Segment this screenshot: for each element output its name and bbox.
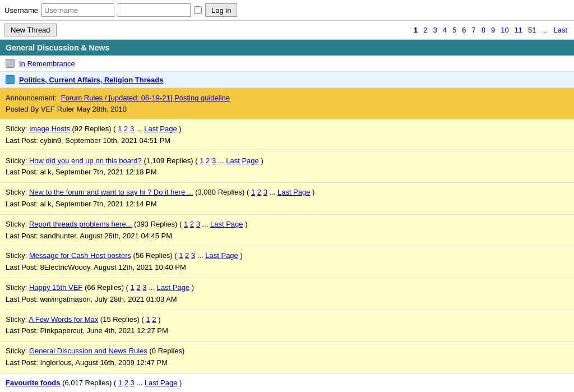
thread-title-line-4: Sticky: Message for Cash Host posters (5… — [6, 250, 568, 262]
sticky-p1-1[interactable]: 1 — [200, 156, 203, 165]
subcat-link-remembrance[interactable]: In Remembrance — [19, 59, 75, 68]
sticky-p3-0[interactable]: 3 — [130, 124, 134, 133]
sticky-p1-3[interactable]: 1 — [184, 220, 188, 228]
thread-title-line-2: Sticky: New to the forum and want to say… — [6, 187, 568, 199]
sticky-p2-0[interactable]: 2 — [124, 124, 128, 133]
sticky-thread-5: Sticky: Happy 15th VEF (66 Replies) ( 1 … — [0, 278, 574, 310]
announcement-line1: Announcement: Forum Rules / [updated: 06… — [6, 93, 568, 104]
page-3[interactable]: 3 — [431, 25, 439, 35]
sticky-link-5[interactable]: Happy 15th VEF — [29, 283, 82, 292]
thread-title-line-7: Sticky: General Discussion and News Rule… — [6, 345, 568, 357]
page-51[interactable]: 51 — [526, 25, 538, 35]
sticky-link-7[interactable]: General Discussion and News Rules — [29, 347, 147, 355]
sticky-replies-5: (66 Replies) ( — [85, 283, 131, 292]
sticky-p2-4[interactable]: 2 — [185, 251, 189, 260]
sticky-p2-2[interactable]: 2 — [257, 188, 261, 196]
sticky-last-3[interactable]: Last Page — [210, 220, 243, 228]
sticky-prefix-0: Sticky: — [6, 124, 29, 133]
sticky-p1-4[interactable]: 1 — [179, 251, 183, 260]
sticky-lastpost-2: Last Post: al k, September 7th, 2021 12:… — [6, 199, 568, 210]
thread-title-line-3: Sticky: Report threads problems here... … — [6, 219, 568, 230]
sticky-thread-7: Sticky: General Discussion and News Rule… — [0, 342, 574, 373]
sticky-last-5[interactable]: Last Page — [157, 283, 190, 292]
subcat-politics[interactable]: Politics, Current Affairs, Religion Thre… — [0, 72, 574, 88]
sticky-prefix-1: Sticky: — [6, 156, 29, 165]
sticky-replies-7: (0 Replies) — [150, 347, 185, 355]
page-11[interactable]: 11 — [512, 25, 525, 35]
page-7[interactable]: 7 — [469, 25, 478, 35]
sticky-prefix-3: Sticky: — [6, 220, 29, 228]
username-label: Username — [4, 6, 38, 15]
password-input[interactable] — [118, 3, 191, 17]
remember-checkbox[interactable] — [194, 6, 202, 14]
new-thread-button[interactable]: New Thread — [4, 24, 57, 36]
announcement-posted: Posted By VEF Ruler May 28th, 2010 — [6, 104, 568, 115]
sticky-prefix-5: Sticky: — [6, 283, 29, 292]
thread-p1-bottom[interactable]: 1 — [118, 379, 122, 387]
sticky-p3-4[interactable]: 3 — [191, 251, 195, 260]
sticky-p3-1[interactable]: 3 — [212, 156, 216, 165]
username-input[interactable] — [41, 3, 114, 17]
section-header: General Discussion & News — [0, 40, 574, 56]
thread-lastpost-bottom: Last Post: sandhunter, September 15th, 2… — [6, 389, 568, 392]
thread-p3-bottom[interactable]: 3 — [131, 379, 135, 387]
sticky-lastpost-5: Last Post: wavingatmason, July 28th, 202… — [6, 294, 568, 306]
pagination: 1 2 3 4 5 6 7 8 9 10 11 51 ... Last — [411, 25, 570, 35]
page-4[interactable]: 4 — [441, 25, 449, 35]
sticky-p1-0[interactable]: 1 — [118, 124, 122, 133]
sticky-replies-1: (1,109 Replies) ( — [144, 156, 200, 165]
sticky-p3-5[interactable]: 3 — [142, 283, 146, 292]
thread-last-bottom[interactable]: Last Page — [145, 379, 178, 387]
thread-link-favourite-foods[interactable]: Favourite foods — [6, 379, 61, 387]
page-10[interactable]: 10 — [498, 25, 511, 35]
subcat-link-politics[interactable]: Politics, Current Affairs, Religion Thre… — [19, 76, 163, 84]
sticky-link-2[interactable]: New to the forum and want to say hi ? Do… — [29, 188, 193, 196]
sticky-link-1[interactable]: How did you end up on this board? — [29, 156, 142, 165]
sticky-p3-2[interactable]: 3 — [263, 188, 267, 196]
sticky-p1-5[interactable]: 1 — [131, 283, 135, 292]
sticky-prefix-7: Sticky: — [6, 347, 29, 355]
sticky-last-0[interactable]: Last Page — [144, 124, 177, 133]
sticky-p2-5[interactable]: 2 — [136, 283, 140, 292]
sticky-link-0[interactable]: Image Hosts — [29, 124, 70, 133]
sticky-lastpost-4: Last Post: 8ElectricWoody, August 12th, … — [6, 262, 568, 274]
sticky-last-2[interactable]: Last Page — [277, 188, 311, 196]
page-2[interactable]: 2 — [421, 25, 429, 35]
sticky-thread-3: Sticky: Report threads problems here... … — [0, 215, 574, 247]
thread-title-line-1: Sticky: How did you end up on this board… — [6, 155, 568, 167]
page-6[interactable]: 6 — [460, 25, 468, 35]
login-button[interactable]: Log in — [205, 3, 237, 17]
sticky-replies-0: (92 Replies) ( — [72, 124, 118, 133]
announcement-link[interactable]: Forum Rules / [updated: 06-19-21] Postin… — [61, 94, 230, 102]
sticky-last-1[interactable]: Last Page — [226, 156, 259, 165]
sticky-thread-0: Sticky: Image Hosts (92 Replies) ( 1 2 3… — [0, 119, 574, 151]
sticky-lastpost-6: Last Post: Pinkpapercut, June 4th, 2021 … — [6, 325, 568, 337]
sticky-prefix-6: Sticky: — [6, 315, 29, 324]
sticky-link-3[interactable]: Report threads problems here... — [29, 220, 132, 228]
page-8[interactable]: 8 — [479, 25, 488, 35]
sticky-replies-6: (15 Replies) ( — [100, 315, 146, 324]
page-1[interactable]: 1 — [411, 25, 420, 35]
sticky-last-4[interactable]: Last Page — [205, 251, 238, 260]
toolbar-row: New Thread 1 2 3 4 5 6 7 8 9 10 11 51 ..… — [0, 21, 574, 40]
announcement-row: Announcement: Forum Rules / [updated: 06… — [0, 88, 574, 119]
thread-title-line-0: Sticky: Image Hosts (92 Replies) ( 1 2 3… — [6, 123, 568, 135]
sticky-link-6[interactable]: A Few Words for Max — [29, 315, 98, 324]
sticky-thread-4: Sticky: Message for Cash Host posters (5… — [0, 246, 574, 278]
sticky-p3-3[interactable]: 3 — [196, 220, 200, 228]
thread-p2-bottom[interactable]: 2 — [124, 379, 128, 387]
sticky-link-4[interactable]: Message for Cash Host posters — [29, 251, 131, 260]
sticky-p1-2[interactable]: 1 — [251, 188, 255, 196]
page-5[interactable]: 5 — [450, 25, 459, 35]
page-9[interactable]: 9 — [489, 25, 497, 35]
page-last[interactable]: Last — [551, 25, 570, 35]
subcat-icon-remembrance — [6, 59, 15, 68]
sticky-p1-6[interactable]: 1 — [146, 315, 150, 324]
sticky-p2-3[interactable]: 2 — [190, 220, 194, 228]
subcat-in-remembrance[interactable]: In Remembrance — [0, 56, 574, 72]
sticky-thread-2: Sticky: New to the forum and want to say… — [0, 183, 574, 215]
login-bar: Username Log in — [0, 0, 574, 21]
sticky-p2-6[interactable]: 2 — [152, 315, 156, 324]
sticky-p2-1[interactable]: 2 — [206, 156, 210, 165]
pagination-ellipsis: ... — [540, 25, 550, 35]
